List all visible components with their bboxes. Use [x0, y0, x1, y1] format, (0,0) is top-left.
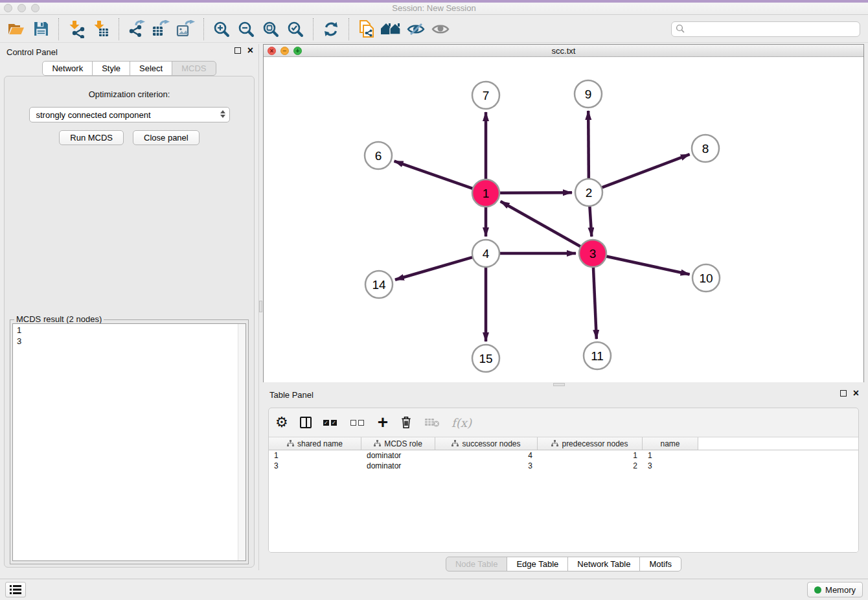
- splitter-handle[interactable]: [259, 301, 262, 312]
- import-network-button[interactable]: [64, 17, 89, 41]
- memory-label: Memory: [825, 585, 856, 595]
- graph-edge-2-8[interactable]: [602, 154, 690, 187]
- zoom-fit-button[interactable]: [258, 17, 283, 41]
- graph-node-label-3: 3: [589, 247, 597, 260]
- tab-motifs[interactable]: Motifs: [639, 557, 681, 571]
- hierarchy-icon: [551, 440, 558, 447]
- graph-edge-3-10[interactable]: [606, 256, 690, 274]
- run-mcds-button[interactable]: Run MCDS: [59, 130, 124, 145]
- column-header-MCDS-role[interactable]: MCDS role: [361, 437, 435, 450]
- zoom-selected-button[interactable]: [283, 17, 308, 41]
- cell-successor-nodes[interactable]: 3: [435, 461, 538, 471]
- task-history-button[interactable]: [5, 582, 26, 597]
- first-neighbors-button[interactable]: [379, 17, 404, 41]
- close-panel-icon[interactable]: ×: [247, 47, 253, 54]
- node-table[interactable]: shared nameMCDS rolesuccessor nodesprede…: [269, 437, 858, 552]
- column-header-shared-name[interactable]: shared name: [269, 437, 361, 450]
- window-title: Session: New Session: [0, 3, 868, 13]
- graph-svg[interactable]: 7968124314101511: [264, 57, 863, 382]
- graph-edge-2-3[interactable]: [589, 206, 591, 237]
- show-all-button[interactable]: [428, 17, 453, 41]
- table-header-row[interactable]: shared nameMCDS rolesuccessor nodesprede…: [269, 437, 858, 450]
- close-panel-icon[interactable]: ×: [853, 390, 859, 397]
- column-header-successor-nodes[interactable]: successor nodes: [435, 437, 538, 450]
- save-session-button[interactable]: [29, 17, 53, 41]
- open-session-button[interactable]: [4, 17, 29, 41]
- graph-node-label-11: 11: [591, 349, 604, 363]
- column-header-label: shared name: [297, 439, 343, 448]
- export-network-button[interactable]: [124, 17, 149, 41]
- cell-name[interactable]: 1: [643, 450, 698, 461]
- table-row-0[interactable]: 1dominator411: [269, 450, 858, 461]
- graph-edge-1-2[interactable]: [499, 192, 572, 193]
- toggle-panel-mode-icon[interactable]: [300, 417, 312, 428]
- zoom-out-button[interactable]: [234, 17, 258, 41]
- import-table-button[interactable]: [89, 17, 113, 41]
- cell-successor-nodes[interactable]: 4: [435, 450, 538, 461]
- close-panel-button[interactable]: Close panel: [133, 130, 200, 145]
- add-column-icon[interactable]: +: [378, 416, 388, 429]
- delete-column-icon[interactable]: [400, 415, 413, 430]
- select-stepper-icon: [220, 110, 225, 118]
- cell-MCDS-role[interactable]: dominator: [361, 461, 435, 471]
- memory-status-icon: [814, 586, 821, 594]
- mcds-result-list[interactable]: 1 3: [12, 323, 246, 561]
- splitter-handle[interactable]: [553, 383, 565, 386]
- search-field[interactable]: [671, 21, 860, 37]
- graph-edge-3-11[interactable]: [593, 267, 597, 339]
- tab-style[interactable]: Style: [92, 61, 130, 76]
- export-image-button[interactable]: [174, 17, 198, 41]
- network-canvas[interactable]: 7968124314101511: [264, 57, 863, 382]
- graph-node-label-7: 7: [483, 89, 490, 102]
- column-header-predecessor-nodes[interactable]: predecessor nodes: [538, 437, 643, 450]
- export-table-button[interactable]: [149, 17, 174, 41]
- eye-icon: [431, 21, 450, 37]
- tab-network-table[interactable]: Network Table: [567, 557, 640, 571]
- result-scrollbar[interactable]: [238, 324, 246, 560]
- clone-network-button[interactable]: [354, 17, 379, 41]
- graph-edge-1-6[interactable]: [394, 161, 474, 189]
- tab-edge-table[interactable]: Edge Table: [507, 557, 568, 571]
- zoom-in-button[interactable]: [209, 17, 234, 41]
- cell-name[interactable]: 3: [643, 461, 698, 471]
- graph-edge-4-14[interactable]: [395, 257, 473, 280]
- optimization-criterion-select[interactable]: strongly connected component: [29, 107, 230, 122]
- table-settings-icon[interactable]: ⚙: [275, 415, 288, 430]
- cell-predecessor-nodes[interactable]: 1: [538, 450, 643, 461]
- graph-edge-2-9[interactable]: [588, 111, 589, 179]
- control-panel-tabs: NetworkStyleSelectMCDS: [0, 61, 258, 76]
- search-input[interactable]: [685, 24, 856, 34]
- table-row-1[interactable]: 3dominator323: [269, 461, 858, 471]
- tab-mcds[interactable]: MCDS: [172, 61, 216, 76]
- node-table-container: ⚙ ✓✓ + f(x) shared nameMCDS rolesuccesso…: [268, 408, 859, 553]
- cell-shared-name[interactable]: 1: [269, 450, 361, 461]
- cell-MCDS-role[interactable]: dominator: [361, 450, 435, 461]
- graph-node-label-1: 1: [483, 187, 490, 200]
- apply-layout-button[interactable]: [319, 17, 343, 41]
- float-panel-icon[interactable]: [840, 390, 847, 397]
- horizontal-splitter[interactable]: [263, 382, 864, 387]
- memory-button[interactable]: Memory: [807, 582, 863, 597]
- deselect-all-columns-icon[interactable]: [350, 420, 366, 426]
- app-window: Session: New Session: [0, 0, 868, 600]
- column-header-name[interactable]: name: [643, 437, 698, 450]
- mcds-result-group: MCDS result (2 nodes) 1 3: [10, 319, 249, 564]
- table-body[interactable]: 1dominator4113dominator323: [269, 450, 858, 471]
- tab-node-table[interactable]: Node Table: [446, 557, 508, 571]
- hierarchy-icon: [287, 440, 294, 447]
- select-all-columns-icon[interactable]: ✓✓: [323, 420, 339, 426]
- tab-network[interactable]: Network: [42, 61, 93, 76]
- cell-predecessor-nodes[interactable]: 2: [538, 461, 643, 471]
- list-icon: [10, 585, 21, 594]
- copy-network-icon: [358, 19, 376, 39]
- cell-shared-name[interactable]: 3: [269, 461, 361, 471]
- toolbar-separator: [203, 18, 204, 40]
- mcds-tab-content: Optimization criterion: strongly connect…: [4, 76, 255, 568]
- tab-select[interactable]: Select: [130, 61, 172, 76]
- hide-selected-button[interactable]: [404, 17, 428, 41]
- network-window-titlebar[interactable]: × − + scc.txt: [264, 45, 863, 57]
- float-panel-icon[interactable]: [234, 47, 241, 54]
- main-toolbar: [0, 16, 868, 43]
- zoom-out-icon: [238, 21, 255, 38]
- graph-edge-3-1[interactable]: [501, 202, 581, 247]
